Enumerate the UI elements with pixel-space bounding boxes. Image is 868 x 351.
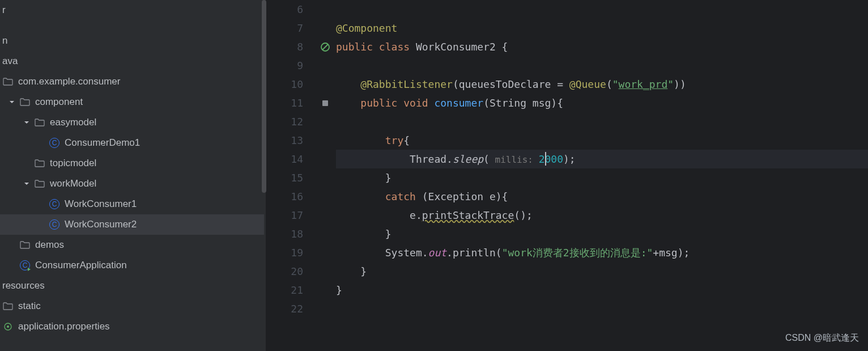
- folder-icon: [34, 117, 45, 128]
- tree-item-topicmodel[interactable]: topicmodel: [0, 153, 264, 174]
- folder-icon: [34, 178, 45, 189]
- tree-item-easymodel[interactable]: easymodel: [0, 112, 264, 133]
- line-number: 13: [266, 131, 303, 150]
- code-line[interactable]: [336, 299, 868, 318]
- tree-item-label: r: [2, 5, 6, 16]
- code-line[interactable]: @Component: [336, 19, 868, 37]
- code-line[interactable]: [336, 56, 868, 75]
- line-number: 7: [266, 19, 303, 37]
- tree-item-label: WorkConsumer2: [65, 219, 137, 230]
- project-tree[interactable]: rnavacom.example.consumercomponenteasymo…: [0, 0, 266, 351]
- class-icon: C: [49, 219, 60, 230]
- watermark: CSDN @暗武逢天: [785, 332, 859, 344]
- tree-item-component[interactable]: component: [0, 92, 264, 112]
- line-number: 22: [266, 299, 303, 318]
- tree-item-workconsumer2[interactable]: CWorkConsumer2: [0, 214, 264, 235]
- tree-item-label: n: [2, 35, 7, 46]
- line-number: 11: [266, 94, 303, 112]
- class-icon: C: [19, 260, 31, 271]
- tree-item-n[interactable]: n: [0, 31, 264, 51]
- code-line[interactable]: [336, 112, 868, 131]
- folder-icon: [19, 239, 31, 251]
- code-line[interactable]: catch (Exception e){: [336, 187, 868, 206]
- tree-item-label: demos: [35, 239, 64, 251]
- svg-point-1: [7, 325, 9, 328]
- tree-item-resources[interactable]: resources: [0, 276, 264, 296]
- code-line[interactable]: Thread.sleep( millis: 2000);: [336, 150, 868, 168]
- tree-item-label: application.properties: [18, 321, 110, 332]
- code-editor[interactable]: 678910111213141516171819202122 @Componen…: [266, 0, 868, 351]
- tree-item-demos[interactable]: demos: [0, 235, 264, 255]
- implements-icon: [314, 94, 336, 112]
- tree-item-consumerdemo1[interactable]: CConsumerDemo1: [0, 133, 264, 153]
- tree-item-com-example-consumer[interactable]: com.example.consumer: [0, 71, 264, 92]
- tree-item-label: com.example.consumer: [18, 76, 120, 87]
- line-number: 12: [266, 112, 303, 131]
- svg-line-3: [322, 44, 328, 50]
- svg-rect-4: [322, 100, 328, 106]
- tree-item-consumerapplication[interactable]: CConsumerApplication: [0, 255, 264, 276]
- tree-item-label: topicmodel: [50, 158, 96, 169]
- tree-item-workconsumer1[interactable]: CWorkConsumer1: [0, 194, 264, 214]
- line-number: 9: [266, 56, 303, 75]
- tree-item-blank[interactable]: [0, 20, 264, 31]
- tree-item-label: static: [18, 301, 41, 312]
- class-icon: C: [49, 198, 60, 210]
- chevron-down-icon[interactable]: [22, 179, 32, 189]
- gutter: 678910111213141516171819202122: [266, 0, 314, 351]
- line-number: 20: [266, 262, 303, 281]
- line-number: 6: [266, 0, 303, 19]
- properties-file-icon: [2, 321, 14, 332]
- tree-item-label: ConsumerDemo1: [65, 137, 140, 149]
- folder-icon: [34, 158, 45, 169]
- tree-item-label: component: [35, 96, 83, 108]
- tree-item-workmodel[interactable]: workModel: [0, 174, 264, 194]
- code-line[interactable]: }: [336, 262, 868, 281]
- line-number: 18: [266, 225, 303, 243]
- line-number: 16: [266, 187, 303, 206]
- no-entry-icon: [314, 37, 336, 56]
- code-line[interactable]: try{: [336, 131, 868, 150]
- line-number: 15: [266, 168, 303, 187]
- code-line[interactable]: [336, 0, 868, 19]
- folder-icon: [2, 301, 14, 312]
- class-icon: C: [49, 137, 60, 149]
- tree-item-label: ConsumerApplication: [35, 260, 127, 271]
- chevron-down-icon[interactable]: [22, 117, 32, 128]
- tree-item-label: easymodel: [50, 117, 96, 128]
- line-number: 17: [266, 206, 303, 225]
- code-line[interactable]: }: [336, 168, 868, 187]
- gutter-icons: [314, 0, 336, 351]
- chevron-down-icon[interactable]: [7, 97, 17, 107]
- line-number: 8: [266, 37, 303, 56]
- code-line[interactable]: System.out.println("work消费者2接收到的消息是:"+ms…: [336, 243, 868, 262]
- sidebar-scrollbar[interactable]: [262, 0, 266, 193]
- folder-icon: [2, 76, 14, 87]
- line-number: 21: [266, 281, 303, 299]
- code-line[interactable]: }: [336, 281, 868, 299]
- code-line[interactable]: }: [336, 225, 868, 243]
- code-line[interactable]: e.printStackTrace();: [336, 206, 868, 225]
- tree-item-label: WorkConsumer1: [65, 198, 137, 210]
- code-line[interactable]: public void consumer(String msg){: [336, 94, 868, 112]
- line-number: 10: [266, 75, 303, 94]
- tree-item-label: resources: [2, 280, 45, 291]
- folder-icon: [19, 96, 31, 108]
- tree-item-label: workModel: [50, 178, 96, 189]
- tree-item-r[interactable]: r: [0, 0, 264, 20]
- code-line[interactable]: @RabbitListener(queuesToDeclare = @Queue…: [336, 75, 868, 94]
- line-number: 19: [266, 243, 303, 262]
- tree-item-static[interactable]: static: [0, 296, 264, 316]
- code-line[interactable]: public class WorkConsumer2 {: [336, 37, 868, 56]
- code-area[interactable]: @Componentpublic class WorkConsumer2 { @…: [336, 0, 868, 351]
- tree-item-application-properties[interactable]: application.properties: [0, 316, 264, 337]
- tree-item-label: ava: [2, 56, 18, 67]
- line-number: 14: [266, 150, 303, 168]
- tree-item-ava[interactable]: ava: [0, 51, 264, 71]
